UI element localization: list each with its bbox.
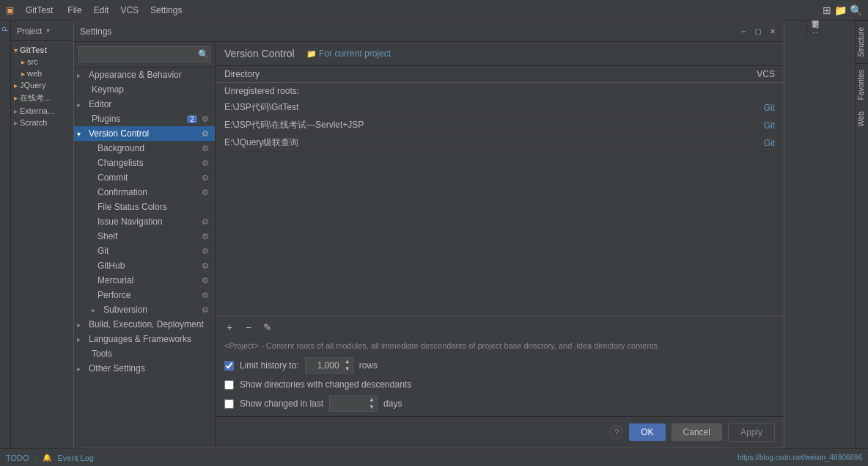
menu-settings[interactable]: Settings bbox=[150, 5, 182, 15]
project-dropdown-icon[interactable]: ▾ bbox=[46, 26, 50, 34]
menu-file[interactable]: File bbox=[67, 5, 81, 15]
apply-button[interactable]: Apply bbox=[728, 423, 775, 442]
perforce-icon[interactable]: ⚙ bbox=[202, 291, 209, 300]
right-panel-structure[interactable]: Structure bbox=[856, 21, 868, 63]
limit-history-up[interactable]: ▲ bbox=[342, 358, 353, 365]
settings-maximize-btn[interactable]: □ bbox=[753, 26, 763, 37]
nav-item-changelists[interactable]: Changelists ⚙ bbox=[74, 156, 215, 170]
commit-icon[interactable]: ⚙ bbox=[202, 173, 209, 183]
show-changed-unit: days bbox=[383, 398, 402, 409]
confirmation-icon[interactable]: ⚙ bbox=[202, 188, 209, 197]
menu-edit[interactable]: Edit bbox=[94, 5, 109, 15]
limit-history-input[interactable]: 1,000 bbox=[306, 359, 342, 372]
nav-item-editor[interactable]: ▸ Editor bbox=[74, 97, 215, 112]
show-dirs-checkbox[interactable] bbox=[224, 380, 234, 390]
mercurial-icon[interactable]: ⚙ bbox=[202, 276, 209, 285]
github-icon[interactable]: ⚙ bbox=[202, 261, 209, 271]
right-panel-favorites[interactable]: Favorites bbox=[856, 63, 868, 106]
nav-item-appearance[interactable]: ▸ Appearance & Behavior bbox=[74, 68, 215, 82]
nav-item-background[interactable]: Background ⚙ bbox=[74, 141, 215, 156]
event-log-item[interactable]: Event Log bbox=[57, 454, 94, 462]
nav-label-keymap: Keymap bbox=[92, 84, 209, 95]
nav-item-subversion[interactable]: ▸ Subversion ⚙ bbox=[74, 302, 215, 317]
folder-icon-jquery: ▸ bbox=[14, 81, 18, 90]
folder-icon-online: ▸ bbox=[14, 94, 18, 102]
issue-nav-icon[interactable]: ⚙ bbox=[202, 217, 209, 227]
content-title: Version Control bbox=[224, 48, 295, 59]
menu-vcs[interactable]: VCS bbox=[120, 5, 139, 15]
limit-history-checkbox[interactable] bbox=[224, 361, 234, 371]
limit-history-unit: rows bbox=[359, 360, 378, 371]
background-icon[interactable]: ⚙ bbox=[202, 144, 209, 153]
cancel-button[interactable]: Cancel bbox=[672, 423, 722, 441]
toolbar-icon-3[interactable]: 🔍 bbox=[850, 4, 862, 16]
subversion-icon[interactable]: ⚙ bbox=[202, 305, 209, 315]
folder-icon: ▾ bbox=[14, 46, 18, 54]
nav-arrow-build: ▸ bbox=[77, 321, 86, 329]
nav-item-git[interactable]: Git ⚙ bbox=[74, 244, 215, 258]
settings-body: 🔍 ▸ Appearance & Behavior Keymap ▸ Ed bbox=[74, 42, 784, 448]
settings-minimize-btn[interactable]: − bbox=[738, 26, 749, 37]
nav-item-version-control[interactable]: ▾ Version Control ⚙ bbox=[74, 126, 215, 141]
show-changed-checkbox[interactable] bbox=[224, 399, 234, 409]
menu-bar: File Edit VCS Settings bbox=[67, 5, 182, 15]
content-tab-current-project[interactable]: 📁 For current project bbox=[306, 48, 391, 59]
table-row-1[interactable]: E:\JSP代码\在线考试---Servlet+JSP Git bbox=[216, 117, 784, 134]
shelf-icon[interactable]: ⚙ bbox=[202, 232, 209, 241]
settings-nav: 🔍 ▸ Appearance & Behavior Keymap ▸ Ed bbox=[74, 42, 216, 448]
nav-item-github[interactable]: GitHub ⚙ bbox=[74, 258, 215, 273]
vertical-tab-project[interactable]: P bbox=[1, 23, 10, 34]
nav-item-confirmation[interactable]: Confirmation ⚙ bbox=[74, 185, 215, 200]
toolbar-icon-2[interactable]: 📁 bbox=[834, 4, 847, 16]
nav-item-perforce[interactable]: Perforce ⚙ bbox=[74, 288, 215, 302]
nav-item-shelf[interactable]: Shelf ⚙ bbox=[74, 229, 215, 244]
show-changed-down[interactable]: ▼ bbox=[367, 404, 377, 411]
row-dir-0: E:\JSP代码\GitTest bbox=[224, 101, 716, 114]
help-button[interactable]: ? bbox=[610, 426, 623, 439]
ok-button[interactable]: OK bbox=[629, 423, 665, 441]
limit-history-down[interactable]: ▼ bbox=[342, 365, 353, 373]
show-dirs-label: Show directories with changed descendant… bbox=[240, 379, 411, 390]
tree-item-label-online: 在线考... bbox=[20, 92, 51, 103]
show-changed-up[interactable]: ▲ bbox=[367, 396, 377, 404]
table-section-header: Unregistered roots: bbox=[216, 83, 784, 99]
project-tab-icon: 📁 bbox=[306, 49, 317, 58]
changelists-icon[interactable]: ⚙ bbox=[202, 159, 209, 168]
toolbar-icon-1[interactable]: ⊞ bbox=[823, 4, 831, 16]
git-icon[interactable]: ⚙ bbox=[202, 247, 209, 256]
settings-search-input[interactable] bbox=[78, 46, 210, 62]
nav-item-issue-nav[interactable]: Issue Navigation ⚙ bbox=[74, 214, 215, 229]
nav-item-languages[interactable]: ▸ Languages & Frameworks bbox=[74, 332, 215, 346]
nav-item-build[interactable]: ▸ Build, Execution, Deployment bbox=[74, 317, 215, 332]
nav-item-commit[interactable]: Commit ⚙ bbox=[74, 170, 215, 185]
nav-item-plugins[interactable]: Plugins 2 ⚙ bbox=[74, 112, 215, 126]
vc-settings-icon[interactable]: ⚙ bbox=[202, 129, 209, 139]
nav-item-tools[interactable]: Tools bbox=[74, 346, 215, 361]
show-changed-input[interactable]: 31 bbox=[330, 397, 367, 410]
add-root-btn[interactable]: + bbox=[221, 319, 238, 335]
status-url: https://blog.csdn.net/weixin_46906696 bbox=[738, 454, 862, 462]
app-titlebar: ▣ GitTest File Edit VCS Settings ⊞ 📁 🔍 bbox=[0, 0, 868, 21]
nav-label-subversion: Subversion bbox=[103, 305, 199, 315]
nav-arrow-vc: ▾ bbox=[77, 130, 86, 138]
todo-item[interactable]: TODO bbox=[6, 454, 29, 462]
status-bar: TODO | 🔔 Event Log https://blog.csdn.net… bbox=[0, 448, 868, 466]
nav-item-keymap[interactable]: Keymap bbox=[74, 82, 215, 97]
edit-root-btn[interactable]: ✎ bbox=[260, 319, 276, 335]
app-title: GitTest bbox=[26, 5, 53, 15]
plugins-settings-icon[interactable]: ⚙ bbox=[202, 114, 209, 124]
nav-item-mercurial[interactable]: Mercurial ⚙ bbox=[74, 273, 215, 288]
content-table-area: Directory VCS Unregistered roots: E:\JSP… bbox=[216, 66, 784, 416]
nav-label-languages: Languages & Frameworks bbox=[89, 334, 209, 344]
tree-item-label-web: web bbox=[27, 69, 42, 78]
nav-item-other[interactable]: ▸ Other Settings bbox=[74, 361, 215, 376]
settings-close-btn[interactable]: × bbox=[768, 26, 778, 37]
nav-arrow-subversion: ▸ bbox=[92, 306, 100, 314]
nav-label-tools: Tools bbox=[92, 349, 209, 359]
right-panel-web[interactable]: Web bbox=[856, 106, 868, 132]
nav-item-file-status[interactable]: File Status Colors bbox=[74, 200, 215, 214]
remove-root-btn[interactable]: − bbox=[240, 319, 257, 335]
table-row-0[interactable]: E:\JSP代码\GitTest Git bbox=[216, 99, 784, 117]
section-header-text: Unregistered roots: bbox=[224, 86, 299, 96]
table-row-2[interactable]: E:\JQuery级联查询 Git bbox=[216, 134, 784, 152]
